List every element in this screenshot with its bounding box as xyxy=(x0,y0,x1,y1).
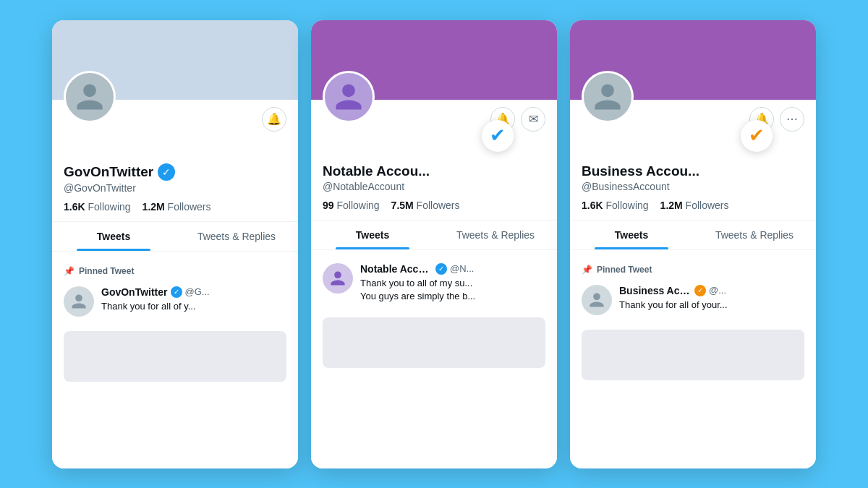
gov-tabs: Tweets Tweets & Replies xyxy=(52,221,298,252)
business-tab-tweets[interactable]: Tweets xyxy=(570,221,693,249)
business-tweet-handle: @... xyxy=(709,285,726,296)
business-username: @BusinessAccount xyxy=(582,181,804,192)
business-tab-replies[interactable]: Tweets & Replies xyxy=(693,221,816,249)
gov-tweet-name: GovOnTwitter xyxy=(101,286,168,298)
notable-avatar xyxy=(323,71,375,123)
gov-pinned-text: Pinned Tweet xyxy=(79,266,134,276)
business-tweet-name-row: Business Account ✓ @... xyxy=(619,285,804,296)
gov-tab-replies[interactable]: Tweets & Replies xyxy=(175,222,298,251)
gov-card: 🔔 GovOnTwitter ✓ @GovOnTwitter 1.6K Foll… xyxy=(52,20,298,468)
gov-avatar xyxy=(64,71,116,123)
business-stats: 1.6K Following 1.2M Followers xyxy=(582,200,804,211)
business-tweet-name: Business Account xyxy=(619,285,692,296)
business-tweets-section: 📌 Pinned Tweet Business Account ✓ @... T… xyxy=(570,257,816,468)
notable-mail-btn[interactable]: ✉ xyxy=(521,107,545,132)
gov-header: 🔔 xyxy=(52,100,298,132)
notable-tweet-placeholder xyxy=(323,317,545,368)
gov-tweet-item: GovOnTwitter ✓ @G... Thank you for all o… xyxy=(52,281,298,325)
gov-tweets-section: 📌 Pinned Tweet GovOnTwitter ✓ @G... Than… xyxy=(52,259,298,468)
notable-tab-replies[interactable]: Tweets & Replies xyxy=(434,221,557,249)
notable-name-row: Notable Accou... xyxy=(323,163,545,179)
business-display-name: Business Accou... xyxy=(582,163,699,179)
gov-avatar-icon xyxy=(74,81,106,113)
gov-pinned-label: 📌 Pinned Tweet xyxy=(52,259,298,281)
notable-card: 🔔 ✉ ✔ Notable Accou... @NotableAccount 9… xyxy=(311,20,557,468)
business-tweet-avatar-icon xyxy=(588,291,605,309)
gov-profile-info: GovOnTwitter ✓ @GovOnTwitter 1.6K Follow… xyxy=(52,132,298,259)
gov-display-name: GovOnTwitter xyxy=(64,164,153,180)
notable-tweet-text2: You guys are simply the b... xyxy=(360,290,545,303)
business-pinned-text: Pinned Tweet xyxy=(597,265,652,275)
business-more-btn[interactable]: ⋯ xyxy=(780,107,804,132)
business-tabs: Tweets Tweets & Replies xyxy=(570,220,816,250)
business-tweet-placeholder xyxy=(582,330,804,380)
business-badge-popup: ✔ xyxy=(741,120,773,152)
business-tweet-item: Business Account ✓ @... Thank you for al… xyxy=(570,279,816,324)
notable-tweet-name: Notable Account xyxy=(360,263,433,275)
business-card: 🔔 ⋯ ✔ Business Accou... @BusinessAccount… xyxy=(570,20,816,468)
business-tweet-avatar xyxy=(582,285,612,315)
notable-header: 🔔 ✉ ✔ xyxy=(311,100,557,132)
gov-badge: ✓ xyxy=(158,163,175,181)
gov-stats: 1.6K Following 1.2M Followers xyxy=(64,201,286,213)
business-pinned-label: 📌 Pinned Tweet xyxy=(570,257,816,279)
gov-username: @GovOnTwitter xyxy=(64,182,286,194)
gov-tweet-placeholder xyxy=(64,331,286,382)
business-tweet-content: Business Account ✓ @... Thank you for al… xyxy=(619,285,804,315)
notable-tabs: Tweets Tweets & Replies xyxy=(311,220,557,250)
notable-tweet-text: Thank you to all of my su... xyxy=(360,277,545,290)
business-followers-stat: 1.2M Followers xyxy=(660,200,729,211)
gov-tweet-content: GovOnTwitter ✓ @G... Thank you for all o… xyxy=(101,286,286,317)
gov-tab-tweets[interactable]: Tweets xyxy=(52,222,175,251)
gov-tweet-badge: ✓ xyxy=(171,286,182,298)
notable-tab-tweets[interactable]: Tweets xyxy=(311,221,434,249)
business-name-row: Business Accou... xyxy=(582,163,804,179)
notable-tweet-avatar xyxy=(323,263,353,294)
business-tweet-badge: ✓ xyxy=(694,285,706,296)
gov-tweet-avatar-icon xyxy=(70,293,88,310)
gov-notify-btn[interactable]: 🔔 xyxy=(262,107,286,132)
business-profile-info: Business Accou... @BusinessAccount 1.6K … xyxy=(570,132,816,257)
notable-profile-info: Notable Accou... @NotableAccount 99 Foll… xyxy=(311,132,557,257)
gov-followers-stat: 1.2M Followers xyxy=(142,201,211,213)
notable-stats: 99 Following 7.5M Followers xyxy=(323,200,545,211)
notable-username: @NotableAccount xyxy=(323,181,545,192)
gov-name-row: GovOnTwitter ✓ xyxy=(64,163,286,181)
business-avatar-icon xyxy=(592,81,624,113)
gov-tweet-handle: @G... xyxy=(185,286,210,297)
notable-followers-stat: 7.5M Followers xyxy=(391,200,460,211)
business-header: 🔔 ⋯ ✔ xyxy=(570,100,816,132)
business-following-stat: 1.6K Following xyxy=(582,200,649,211)
business-pin-icon: 📌 xyxy=(582,265,592,275)
notable-tweet-handle: @N... xyxy=(450,263,474,274)
notable-tweet-content: Notable Account ✓ @N... Thank you to all… xyxy=(360,263,545,303)
gov-tweet-text: Thank you for all of y... xyxy=(101,300,286,313)
notable-badge-popup: ✔ xyxy=(482,120,514,152)
notable-tweet-name-row: Notable Account ✓ @N... xyxy=(360,263,545,275)
business-tweet-text: Thank you for all of your... xyxy=(619,299,804,312)
notable-tweets-section: Notable Account ✓ @N... Thank you to all… xyxy=(311,257,557,468)
notable-tweet-avatar-icon xyxy=(329,270,346,287)
notable-following-stat: 99 Following xyxy=(323,200,380,211)
notable-tweet-badge: ✓ xyxy=(435,263,447,275)
notable-avatar-icon xyxy=(333,81,365,113)
gov-following-stat: 1.6K Following xyxy=(64,201,131,213)
notable-display-name: Notable Accou... xyxy=(323,163,430,179)
gov-tweet-name-row: GovOnTwitter ✓ @G... xyxy=(101,286,286,298)
notable-tweet-item: Notable Account ✓ @N... Thank you to all… xyxy=(311,257,557,312)
gov-tweet-avatar xyxy=(64,286,94,317)
business-avatar xyxy=(582,71,634,123)
gov-pin-icon: 📌 xyxy=(64,266,75,276)
